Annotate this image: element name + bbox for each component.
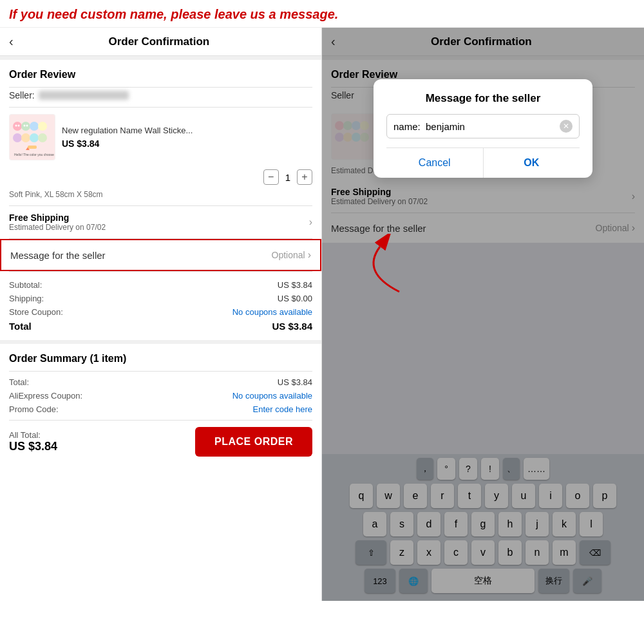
shipping-row: Free Shipping Estimated Delivery on 07/0… bbox=[0, 206, 321, 238]
promo-row: Promo Code: Enter code here bbox=[0, 402, 321, 416]
quantity-row: − 1 + bbox=[0, 167, 321, 190]
variant-text: Soft Pink, XL 58cm X 58cm bbox=[0, 190, 321, 205]
svg-text:Hello! The color you choose is: Hello! The color you choose is Soft Pink bbox=[14, 153, 55, 156]
left-panel: ‹ Order Confirmation Order Review Seller… bbox=[0, 28, 322, 601]
svg-rect-13 bbox=[28, 146, 37, 149]
modal-ok-button[interactable]: OK bbox=[484, 148, 580, 178]
total-label: Total bbox=[9, 321, 32, 332]
left-header: ‹ Order Confirmation bbox=[0, 28, 321, 56]
qty-plus-button[interactable]: + bbox=[297, 169, 312, 185]
top-banner: If you need custom name, please leave us… bbox=[0, 0, 644, 28]
shipping-info: Free Shipping Estimated Delivery on 07/0… bbox=[9, 213, 106, 232]
right-panel-bg: ‹ Order Confirmation Order Review Seller bbox=[322, 28, 644, 601]
ali-coupon-label: AliExpress Coupon: bbox=[9, 391, 82, 401]
all-total-label: All Total: bbox=[9, 430, 57, 440]
message-right: Optional › bbox=[272, 249, 311, 261]
seller-row: Seller: bbox=[0, 88, 321, 107]
modal-clear-button[interactable]: ✕ bbox=[560, 120, 573, 133]
modal-overlay[interactable]: Message for the seller ✕ Cancel OK bbox=[322, 28, 644, 601]
svg-point-3 bbox=[30, 122, 39, 131]
all-total-value: US $3.84 bbox=[9, 440, 57, 453]
svg-point-1 bbox=[13, 122, 22, 131]
product-row: Hello! The color you choose is Soft Pink… bbox=[0, 108, 321, 167]
order-summary-title: Order Summary (1 item) bbox=[0, 344, 321, 371]
svg-point-9 bbox=[13, 133, 22, 142]
qty-value: 1 bbox=[285, 172, 290, 183]
s2-total-value: US $3.84 bbox=[278, 377, 312, 387]
ali-coupon-value: No coupons available bbox=[232, 391, 312, 401]
seller-label: Seller: bbox=[9, 90, 35, 100]
product-price: US $3.84 bbox=[62, 138, 312, 149]
shipping-cost-value: US $0.00 bbox=[278, 294, 312, 303]
promo-label: Promo Code: bbox=[9, 404, 59, 414]
svg-point-11 bbox=[30, 133, 39, 142]
svg-point-12 bbox=[38, 133, 47, 142]
message-label: Message for the seller bbox=[10, 250, 106, 261]
total-value: US $3.84 bbox=[272, 321, 312, 332]
modal-title: Message for the seller bbox=[386, 92, 580, 105]
message-for-seller-row[interactable]: Message for the seller Optional › bbox=[0, 239, 321, 271]
right-panel: ‹ Order Confirmation Order Review Seller bbox=[322, 28, 644, 601]
svg-point-6 bbox=[18, 125, 20, 127]
modal-input-row: ✕ bbox=[386, 114, 580, 138]
qty-minus-button[interactable]: − bbox=[263, 169, 279, 185]
svg-point-2 bbox=[21, 122, 30, 131]
message-chevron: › bbox=[308, 249, 311, 261]
s2-total-label: Total: bbox=[9, 377, 29, 387]
modal-input-field[interactable] bbox=[393, 121, 560, 132]
shipping-title: Free Shipping bbox=[9, 213, 106, 223]
place-order-button[interactable]: PLACE ORDER bbox=[195, 427, 312, 457]
promo-value[interactable]: Enter code here bbox=[252, 404, 312, 414]
s2-total-row: Total: US $3.84 bbox=[0, 375, 321, 389]
modal-actions: Cancel OK bbox=[386, 147, 580, 178]
ali-coupon-row: AliExpress Coupon: No coupons available bbox=[0, 389, 321, 402]
subtotal-label: Subtotal: bbox=[9, 280, 42, 290]
subtotal-value: US $3.84 bbox=[278, 280, 312, 290]
left-header-title: Order Confirmation bbox=[19, 35, 299, 48]
total-row: Total US $3.84 bbox=[9, 319, 312, 334]
product-thumbnail: Hello! The color you choose is Soft Pink bbox=[9, 114, 55, 160]
message-optional: Optional bbox=[272, 250, 305, 260]
order-review-title: Order Review bbox=[0, 60, 321, 87]
shipping-cost-row: Shipping: US $0.00 bbox=[9, 292, 312, 305]
modal-cancel-button[interactable]: Cancel bbox=[386, 148, 484, 178]
product-name: New regulation Name Wall Sticke... bbox=[62, 126, 312, 137]
product-info: New regulation Name Wall Sticke... US $3… bbox=[62, 126, 312, 149]
shipping-chevron: › bbox=[309, 216, 312, 228]
svg-point-4 bbox=[38, 122, 47, 131]
svg-point-8 bbox=[26, 125, 28, 127]
all-total-section: All Total: US $3.84 bbox=[9, 430, 57, 453]
svg-point-10 bbox=[21, 133, 30, 142]
seller-name-blurred bbox=[39, 91, 129, 100]
summary-section: Subtotal: US $3.84 Shipping: US $0.00 St… bbox=[0, 272, 321, 340]
left-back-button[interactable]: ‹ bbox=[9, 34, 14, 49]
bottom-actions: All Total: US $3.84 PLACE ORDER bbox=[0, 421, 321, 466]
banner-text: If you need custom name, please leave us… bbox=[9, 6, 635, 22]
shipping-cost-label: Shipping: bbox=[9, 294, 44, 303]
svg-point-7 bbox=[24, 125, 26, 127]
subtotal-row: Subtotal: US $3.84 bbox=[9, 278, 312, 292]
summary2-section: Total: US $3.84 AliExpress Coupon: No co… bbox=[0, 372, 321, 420]
svg-point-5 bbox=[15, 125, 17, 127]
store-coupon-label: Store Coupon: bbox=[9, 307, 63, 317]
store-coupon-value: No coupons available bbox=[232, 307, 312, 317]
shipping-subtitle: Estimated Delivery on 07/02 bbox=[9, 223, 106, 232]
store-coupon-row: Store Coupon: No coupons available bbox=[9, 305, 312, 319]
modal-box: Message for the seller ✕ Cancel OK bbox=[374, 79, 592, 178]
